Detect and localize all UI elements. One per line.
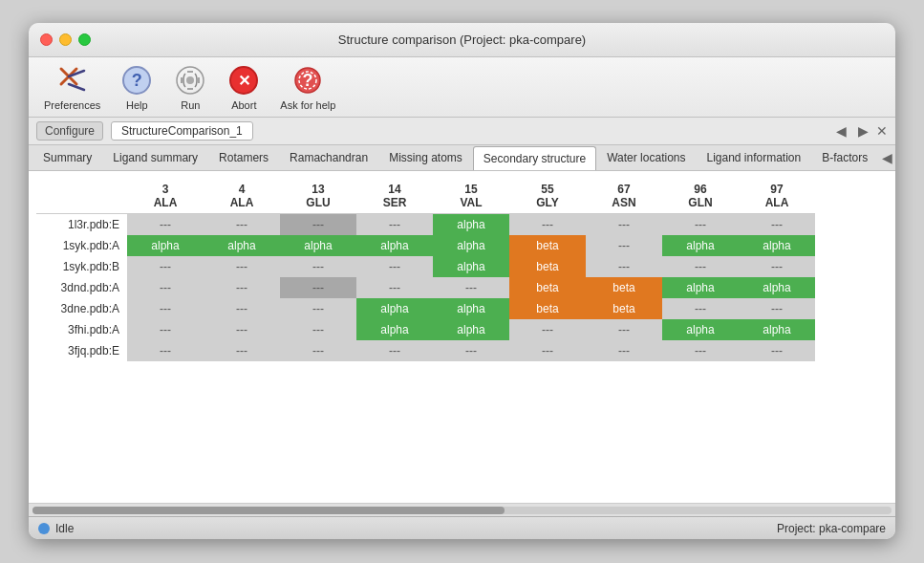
minimize-button[interactable] (59, 33, 72, 46)
scrollbar-track[interactable] (32, 507, 892, 514)
run-button[interactable]: Run (173, 63, 207, 111)
table-cell: --- (586, 340, 662, 361)
table-cell: alpha (127, 235, 204, 256)
table-row: 3fhi.pdb:A---------alphaalpha------alpha… (36, 319, 815, 340)
tab-missing-atoms[interactable]: Missing atoms (378, 145, 473, 170)
table-row: 3dne.pdb:A---------alphaalphabetabeta---… (36, 298, 815, 319)
table-cell: --- (204, 256, 280, 277)
tab-summary[interactable]: Summary (32, 145, 102, 170)
config-tab-name[interactable]: StructureComparison_1 (111, 121, 253, 141)
row-label: 1l3r.pdb:E (36, 214, 127, 235)
table-cell: beta (509, 277, 586, 298)
table-cell: alpha (204, 235, 280, 256)
table-cell: --- (662, 256, 739, 277)
table-cell: --- (662, 298, 739, 319)
svg-point-5 (186, 76, 194, 84)
preferences-button[interactable]: Preferences (44, 63, 100, 111)
table-row: 3dnd.pdb:A---------------betabetaalphaal… (36, 277, 815, 298)
table-cell: --- (509, 214, 586, 235)
table-cell: alpha (662, 319, 739, 340)
run-label: Run (181, 99, 200, 111)
row-label: 3fjq.pdb:E (36, 340, 127, 361)
tab-nav-left[interactable]: ◀ (878, 150, 895, 165)
col-header-97-ala: 97 ALA (739, 179, 815, 214)
row-label: 1syk.pdb:B (36, 256, 127, 277)
table-cell: alpha (356, 319, 433, 340)
table-cell: --- (739, 340, 815, 361)
table-cell: --- (280, 319, 356, 340)
table-cell: alpha (739, 277, 815, 298)
close-button[interactable] (40, 33, 53, 46)
config-close[interactable]: ✕ (876, 123, 888, 139)
abort-label: Abort (231, 99, 256, 111)
table-cell: --- (127, 298, 204, 319)
table-cell: --- (204, 277, 280, 298)
table-cell: --- (280, 340, 356, 361)
table-cell: --- (127, 256, 204, 277)
status-project: Project: pka-compare (777, 522, 886, 535)
table-cell: --- (356, 214, 433, 235)
tab-water-locations[interactable]: Water locations (596, 145, 696, 170)
table-cell: --- (127, 340, 204, 361)
table-container[interactable]: 3 ALA 4 ALA 13 GLU 14 SE (29, 171, 895, 503)
table-cell: alpha (433, 319, 509, 340)
table-cell: alpha (356, 298, 433, 319)
col-header-96-gln: 96 GLN (662, 179, 739, 214)
abort-icon: ✕ (226, 63, 261, 97)
traffic-lights (40, 33, 91, 46)
titlebar: Structure comparison (Project: pka-compa… (29, 23, 895, 57)
run-icon (173, 63, 207, 97)
col-header-13-glu: 13 GLU (280, 179, 356, 214)
col-header-67-asn: 67 ASN (586, 179, 662, 214)
tab-ramachandran[interactable]: Ramachandran (279, 145, 378, 170)
table-cell: --- (280, 298, 356, 319)
tab-b-factors[interactable]: B-factors (811, 145, 878, 170)
horizontal-scrollbar[interactable] (29, 503, 895, 516)
table-cell: --- (356, 256, 433, 277)
table-cell: --- (662, 340, 739, 361)
table-cell: --- (204, 298, 280, 319)
table-cell: --- (586, 319, 662, 340)
table-cell: --- (586, 214, 662, 235)
main-window: Structure comparison (Project: pka-compa… (29, 23, 895, 539)
configure-label[interactable]: Configure (36, 121, 103, 141)
config-nav-right[interactable]: ▶ (854, 123, 872, 139)
row-label: 3dne.pdb:A (36, 298, 127, 319)
config-nav-left[interactable]: ◀ (832, 123, 850, 139)
abort-button[interactable]: ✕ Abort (226, 63, 261, 111)
table-row: 3fjq.pdb:E--------------------------- (36, 340, 815, 361)
col-header-14-ser: 14 SER (356, 179, 433, 214)
row-label: 3fhi.pdb:A (36, 319, 127, 340)
config-nav: ◀ ▶ ✕ (832, 123, 888, 139)
table-cell: --- (204, 214, 280, 235)
table-cell: beta (509, 298, 586, 319)
config-bar: Configure StructureComparison_1 ◀ ▶ ✕ (29, 118, 895, 145)
table-cell: alpha (662, 277, 739, 298)
col-header-55-gly: 55 GLY (509, 179, 586, 214)
tab-rotamers[interactable]: Rotamers (208, 145, 279, 170)
scrollbar-thumb[interactable] (32, 507, 505, 514)
tab-ligand-summary[interactable]: Ligand summary (102, 145, 208, 170)
ask-for-help-button[interactable]: ? Ask for help (280, 63, 335, 111)
table-cell: --- (204, 319, 280, 340)
preferences-label: Preferences (44, 99, 100, 111)
ask-for-help-icon: ? (290, 63, 325, 97)
toolbar: Preferences ? Help Run (29, 57, 895, 118)
table-cell: alpha (433, 214, 509, 235)
table-cell: --- (280, 214, 356, 235)
tab-ligand-information[interactable]: Ligand information (696, 145, 811, 170)
col-header-4-ala: 4 ALA (204, 179, 280, 214)
table-cell: alpha (356, 235, 433, 256)
table-cell: beta (586, 298, 662, 319)
tab-secondary-structure[interactable]: Secondary structure (473, 146, 596, 171)
table-cell: --- (280, 256, 356, 277)
maximize-button[interactable] (78, 33, 91, 46)
table-cell: --- (127, 319, 204, 340)
status-indicator (38, 523, 50, 534)
table-cell: --- (739, 256, 815, 277)
table-cell: --- (127, 214, 204, 235)
table-cell: --- (433, 340, 509, 361)
table-cell: --- (127, 277, 204, 298)
col-header-15-val: 15 VAL (433, 179, 509, 214)
help-button[interactable]: ? Help (119, 63, 154, 111)
